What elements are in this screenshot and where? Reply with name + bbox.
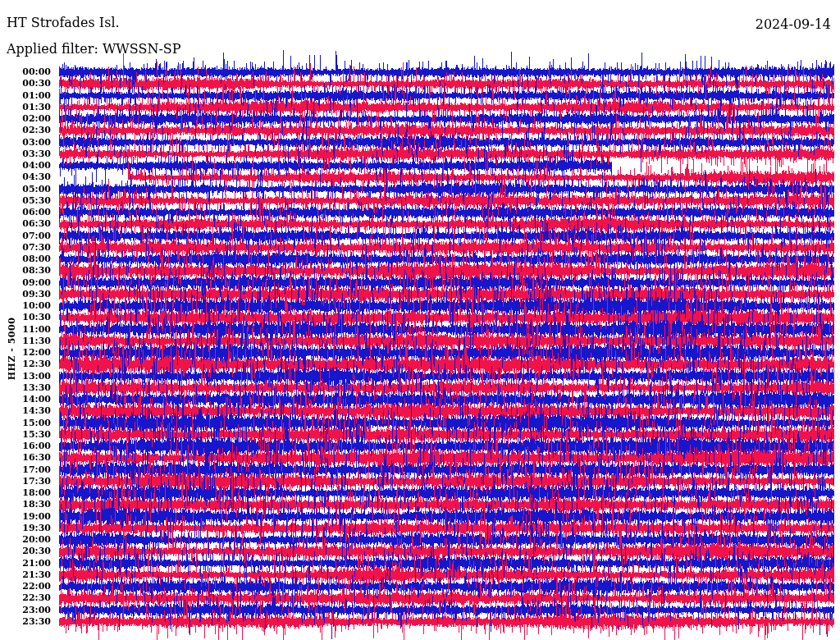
time-label: 07:00 xyxy=(0,231,51,242)
time-label: 03:00 xyxy=(0,137,51,149)
time-label: 03:30 xyxy=(0,149,51,160)
time-label: 02:00 xyxy=(0,113,51,125)
time-label: 06:00 xyxy=(0,207,51,218)
time-label: 21:30 xyxy=(0,569,51,581)
time-label: 02:30 xyxy=(0,125,51,136)
time-label: 16:00 xyxy=(0,441,51,452)
time-label: 13:00 xyxy=(0,371,51,382)
time-label: 10:30 xyxy=(0,312,51,323)
time-label: 11:30 xyxy=(0,336,51,347)
time-label: 21:00 xyxy=(0,558,51,569)
time-label: 09:00 xyxy=(0,277,51,289)
time-label: 17:00 xyxy=(0,464,51,476)
time-label: 19:00 xyxy=(0,511,51,523)
time-label: 19:30 xyxy=(0,523,51,534)
time-label: 23:00 xyxy=(0,605,51,616)
time-label: 07:30 xyxy=(0,242,51,254)
time-label: 00:00 xyxy=(0,66,51,78)
helicorder-page: HT Strofades Isl. 2024-09-14 Applied fil… xyxy=(0,0,840,640)
time-label: 20:00 xyxy=(0,534,51,546)
time-label: 10:00 xyxy=(0,300,51,312)
time-label: 20:30 xyxy=(0,546,51,557)
time-label: 11:00 xyxy=(0,324,51,336)
time-label: 04:00 xyxy=(0,160,51,171)
time-label: 17:30 xyxy=(0,476,51,487)
time-label: 00:30 xyxy=(0,78,51,89)
helicorder-canvas xyxy=(0,0,840,640)
time-label: 05:30 xyxy=(0,195,51,207)
date-label: 2024-09-14 xyxy=(756,16,831,32)
filter-label: Applied filter: WWSSN-SP xyxy=(7,41,181,57)
time-label: 12:00 xyxy=(0,347,51,359)
time-label: 08:30 xyxy=(0,265,51,277)
time-label: 14:30 xyxy=(0,405,51,417)
time-label: 22:00 xyxy=(0,581,51,592)
station-title: HT Strofades Isl. xyxy=(7,15,120,30)
time-label: 09:30 xyxy=(0,289,51,300)
time-label: 23:30 xyxy=(0,616,51,628)
time-label: 15:30 xyxy=(0,429,51,441)
time-label: 12:30 xyxy=(0,359,51,370)
time-label: 15:00 xyxy=(0,418,51,429)
time-label: 18:00 xyxy=(0,487,51,499)
time-label: 06:30 xyxy=(0,218,51,230)
time-label: 01:00 xyxy=(0,90,51,102)
time-label: 18:30 xyxy=(0,499,51,510)
time-label: 01:30 xyxy=(0,102,51,113)
time-label: 13:30 xyxy=(0,382,51,394)
time-label: 05:00 xyxy=(0,184,51,195)
time-label: 16:30 xyxy=(0,452,51,464)
time-label: 08:00 xyxy=(0,254,51,265)
time-label: 22:30 xyxy=(0,592,51,604)
time-label: 04:30 xyxy=(0,171,51,183)
time-label: 14:00 xyxy=(0,394,51,405)
